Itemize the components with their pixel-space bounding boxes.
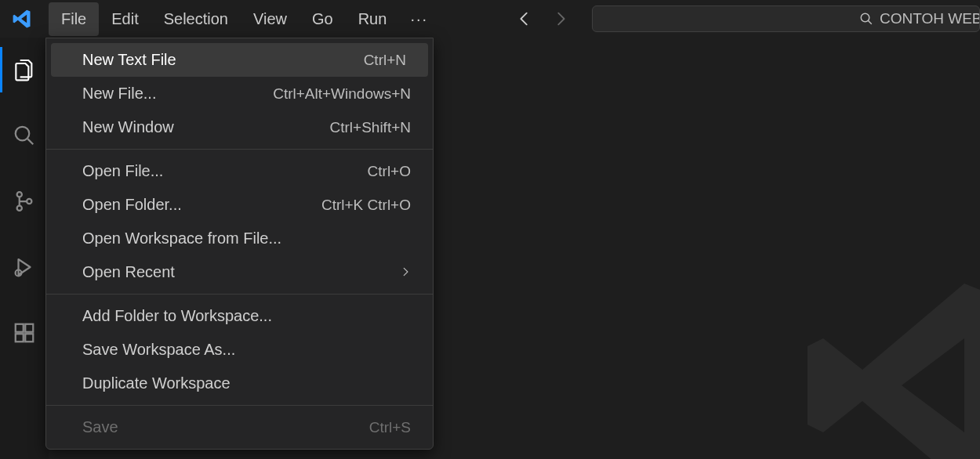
activity-bar bbox=[0, 38, 49, 459]
activity-run-debug[interactable] bbox=[0, 249, 49, 285]
svg-point-6 bbox=[27, 199, 31, 204]
menu-separator bbox=[46, 405, 433, 406]
svg-line-1 bbox=[868, 20, 872, 24]
menu-item-run[interactable]: Run bbox=[346, 2, 400, 36]
menu-open-file[interactable]: Open File... Ctrl+O bbox=[46, 154, 433, 188]
menubar: File Edit Selection View Go Run ··· CONT… bbox=[0, 0, 980, 38]
menu-save[interactable]: Save Ctrl+S bbox=[46, 410, 433, 444]
svg-line-3 bbox=[27, 139, 33, 144]
menu-label: Selection bbox=[164, 10, 228, 27]
menu-item-label: Save Workspace As... bbox=[82, 341, 235, 359]
arrow-right-icon bbox=[552, 10, 569, 27]
menu-save-workspace-as[interactable]: Save Workspace As... bbox=[46, 333, 433, 367]
menu-item-list: File Edit Selection View Go Run ··· bbox=[49, 2, 439, 36]
svg-point-2 bbox=[16, 127, 30, 141]
menu-overflow-button[interactable]: ··· bbox=[399, 2, 439, 36]
menu-item-label: New Text File bbox=[82, 51, 176, 69]
chevron-right-icon bbox=[400, 263, 411, 281]
menu-item-shortcut: Ctrl+K Ctrl+O bbox=[321, 197, 411, 214]
menu-open-recent[interactable]: Open Recent bbox=[46, 255, 433, 289]
menu-item-file[interactable]: File bbox=[49, 2, 99, 36]
explorer-icon bbox=[12, 57, 37, 82]
source-control-icon bbox=[13, 190, 36, 213]
menu-new-text-file[interactable]: New Text File Ctrl+N bbox=[51, 43, 428, 77]
menu-item-label: Open Folder... bbox=[82, 196, 182, 214]
run-debug-icon bbox=[13, 255, 36, 279]
menu-open-workspace-file[interactable]: Open Workspace from File... bbox=[46, 222, 433, 255]
arrow-left-icon bbox=[516, 10, 533, 27]
menu-item-go[interactable]: Go bbox=[299, 2, 346, 36]
menu-item-label: Save bbox=[82, 418, 118, 436]
menu-label: Go bbox=[312, 10, 333, 27]
nav-back-button[interactable] bbox=[514, 8, 535, 30]
menu-item-label: Add Folder to Workspace... bbox=[82, 307, 272, 325]
search-icon bbox=[859, 12, 873, 26]
menu-item-shortcut: Ctrl+Shift+N bbox=[330, 119, 411, 136]
file-menu-dropdown: New Text File Ctrl+N New File... Ctrl+Al… bbox=[45, 38, 434, 450]
menu-new-file[interactable]: New File... Ctrl+Alt+Windows+N bbox=[46, 77, 433, 110]
menu-add-folder-workspace[interactable]: Add Folder to Workspace... bbox=[46, 299, 433, 333]
menu-item-label: New File... bbox=[82, 85, 156, 103]
vscode-watermark-icon bbox=[784, 260, 980, 459]
search-text: CONTOH WEBS bbox=[880, 10, 980, 27]
nav-forward-button[interactable] bbox=[550, 8, 572, 30]
menu-item-label: Open File... bbox=[82, 162, 163, 180]
activity-extensions[interactable] bbox=[0, 315, 49, 351]
menu-item-view[interactable]: View bbox=[241, 2, 299, 36]
ellipsis-icon: ··· bbox=[410, 10, 428, 27]
menu-label: Run bbox=[358, 10, 387, 27]
svg-rect-10 bbox=[16, 324, 24, 332]
svg-point-0 bbox=[861, 13, 869, 22]
menu-item-selection[interactable]: Selection bbox=[151, 2, 241, 36]
menu-duplicate-workspace[interactable]: Duplicate Workspace bbox=[46, 367, 433, 400]
menu-item-shortcut: Ctrl+O bbox=[368, 163, 411, 180]
menu-label: File bbox=[61, 10, 86, 27]
vscode-logo-icon bbox=[9, 6, 34, 31]
menu-item-label: New Window bbox=[82, 118, 174, 136]
search-icon bbox=[13, 124, 36, 147]
nav-arrows bbox=[514, 0, 572, 38]
menu-separator bbox=[46, 149, 433, 150]
extensions-icon bbox=[13, 321, 36, 345]
activity-explorer[interactable] bbox=[0, 52, 49, 88]
menu-item-label: Duplicate Workspace bbox=[82, 374, 230, 392]
menu-item-label: Open Recent bbox=[82, 263, 175, 281]
menu-label: View bbox=[253, 10, 287, 27]
menu-item-shortcut: Ctrl+Alt+Windows+N bbox=[273, 85, 411, 103]
menu-item-shortcut: Ctrl+S bbox=[369, 419, 411, 436]
menu-open-folder[interactable]: Open Folder... Ctrl+K Ctrl+O bbox=[46, 188, 433, 222]
activity-source-control[interactable] bbox=[0, 183, 49, 219]
svg-rect-11 bbox=[16, 334, 24, 342]
command-center-search[interactable]: CONTOH WEBS bbox=[592, 5, 980, 32]
svg-rect-12 bbox=[25, 334, 33, 342]
menu-item-shortcut: Ctrl+N bbox=[364, 52, 406, 69]
menu-separator bbox=[46, 294, 433, 295]
menu-label: Edit bbox=[111, 10, 138, 27]
svg-point-5 bbox=[17, 206, 22, 211]
menu-item-edit[interactable]: Edit bbox=[99, 2, 151, 36]
svg-point-4 bbox=[17, 192, 22, 197]
svg-rect-13 bbox=[25, 324, 33, 332]
activity-search[interactable] bbox=[0, 117, 49, 154]
menu-item-label: Open Workspace from File... bbox=[82, 230, 281, 248]
menu-new-window[interactable]: New Window Ctrl+Shift+N bbox=[46, 110, 433, 144]
